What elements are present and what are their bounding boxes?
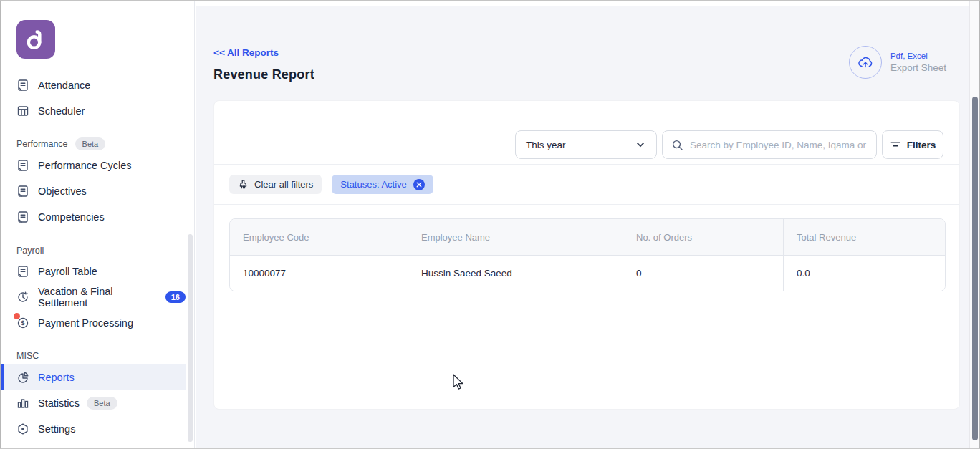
dollar-icon: $	[16, 317, 29, 329]
logo-a-icon	[20, 24, 52, 55]
divider	[214, 204, 959, 205]
sidebar-section-performance: Performance Beta	[16, 136, 105, 152]
history-icon	[16, 291, 29, 304]
cloud-upload-icon	[857, 54, 874, 70]
clear-filter-brush-icon	[238, 179, 249, 190]
sidebar-item-settings[interactable]: Settings	[1, 416, 186, 442]
sidebar-item-label: Attendance	[38, 79, 90, 91]
cell-employee-name: Hussin Saeed Saeed	[408, 256, 623, 291]
document-icon	[16, 265, 29, 278]
page-title: Revenue Report	[213, 67, 314, 82]
export-labels: Pdf, Excel Export Sheet	[890, 52, 946, 73]
sidebar-item-objectives[interactable]: Objectives	[1, 178, 186, 204]
document-icon	[16, 211, 29, 223]
table-row[interactable]: 10000077 Hussin Saeed Saeed 0 0.0	[230, 255, 945, 291]
document-icon	[16, 159, 29, 172]
filters-button-label: Filters	[907, 140, 936, 150]
main-top-strip	[196, 1, 970, 6]
sidebar-item-statistics[interactable]: Statistics Beta	[1, 390, 186, 416]
section-label: MISC	[16, 351, 39, 361]
sidebar-item-label: Statistics	[38, 397, 80, 409]
sidebar-item-payment-processing[interactable]: $ Payment Processing	[1, 310, 186, 336]
page-scrollbar-thumb[interactable]	[972, 97, 978, 440]
sidebar-item-label: Scheduler	[38, 105, 85, 117]
sidebar-item-label: Competencies	[38, 211, 105, 223]
document-icon	[16, 185, 29, 198]
cell-no-of-orders: 0	[623, 256, 783, 291]
sidebar-item-label: Payroll Table	[38, 266, 97, 277]
beta-badge: Beta	[75, 137, 106, 150]
svg-text:$: $	[21, 319, 25, 327]
sidebar-scrollbar-thumb[interactable]	[188, 234, 193, 442]
col-header-no-of-orders: No. of Orders	[623, 219, 783, 255]
notification-dot	[14, 313, 20, 319]
clear-all-filters-label: Clear all filters	[254, 179, 313, 190]
document-icon	[16, 79, 29, 92]
filter-icon	[890, 139, 901, 150]
sidebar: Attendance Scheduler Performance Beta Pe…	[1, 1, 195, 448]
cell-employee-code: 10000077	[230, 256, 408, 291]
sidebar-section-misc: MISC	[16, 348, 39, 364]
sidebar-item-label: Performance Cycles	[38, 160, 132, 171]
report-card: This year Filters	[213, 100, 960, 410]
sidebar-item-scheduler[interactable]: Scheduler	[1, 98, 186, 124]
sidebar-item-label: Objectives	[38, 185, 87, 197]
sidebar-item-label: Settings	[38, 423, 75, 435]
sidebar-item-label: Vacation & Final Settlement	[38, 286, 158, 309]
section-label: Payroll	[16, 246, 44, 256]
sidebar-section-payroll: Payroll	[16, 243, 44, 259]
export-button[interactable]	[849, 46, 882, 79]
app-logo[interactable]	[16, 20, 55, 59]
col-header-total-revenue: Total Revenue	[783, 219, 945, 255]
bar-chart-icon	[16, 397, 29, 410]
sidebar-item-payroll-table[interactable]: Payroll Table	[1, 259, 186, 284]
toolbar: This year Filters	[214, 130, 959, 159]
search-icon	[671, 139, 683, 151]
sidebar-item-reports[interactable]: Reports	[1, 364, 186, 390]
sidebar-item-label: Payment Processing	[38, 317, 133, 329]
count-badge: 16	[165, 291, 186, 303]
search-input[interactable]	[690, 140, 868, 150]
breadcrumb-all-reports[interactable]: << All Reports	[213, 47, 279, 58]
app-window: Attendance Scheduler Performance Beta Pe…	[0, 0, 980, 449]
clear-all-filters-button[interactable]: Clear all filters	[229, 175, 322, 194]
export-formats: Pdf, Excel	[890, 52, 946, 60]
filters-button[interactable]: Filters	[882, 130, 943, 159]
cell-total-revenue: 0.0	[783, 256, 945, 291]
search-box	[662, 130, 877, 159]
sidebar-item-vacation-final-settlement[interactable]: Vacation & Final Settlement 16	[1, 284, 186, 310]
status-filter-label: Statuses: Active	[340, 179, 407, 190]
sidebar-item-competencies[interactable]: Competencies	[1, 204, 186, 230]
section-label: Performance	[16, 139, 68, 149]
table-icon	[16, 105, 29, 117]
beta-badge: Beta	[87, 397, 117, 410]
divider	[214, 164, 959, 165]
sidebar-item-label: Reports	[38, 372, 75, 383]
export-sheet-label: Export Sheet	[890, 62, 946, 73]
revenue-table: Employee Code Employee Name No. of Order…	[229, 218, 946, 291]
table-header-row: Employee Code Employee Name No. of Order…	[230, 219, 945, 255]
export-area: Pdf, Excel Export Sheet	[849, 46, 946, 79]
close-icon	[416, 182, 422, 188]
col-header-employee-code: Employee Code	[230, 219, 408, 255]
sidebar-item-performance-cycles[interactable]: Performance Cycles	[1, 153, 186, 178]
mouse-cursor	[452, 374, 465, 391]
status-filter-chip[interactable]: Statuses: Active	[332, 175, 433, 194]
remove-filter-button[interactable]	[413, 179, 425, 190]
main-content: << All Reports Revenue Report Pdf, Excel…	[196, 1, 970, 448]
period-select[interactable]: This year	[515, 130, 657, 159]
settings-icon	[16, 423, 29, 435]
chevron-down-icon	[635, 139, 646, 150]
sidebar-item-attendance[interactable]: Attendance	[1, 72, 186, 98]
period-select-value: This year	[526, 140, 566, 150]
pie-chart-icon	[16, 371, 29, 384]
col-header-employee-name: Employee Name	[408, 219, 623, 255]
filter-chips-row: Clear all filters Statuses: Active	[229, 175, 433, 194]
page-scrollbar-track[interactable]	[969, 1, 979, 448]
